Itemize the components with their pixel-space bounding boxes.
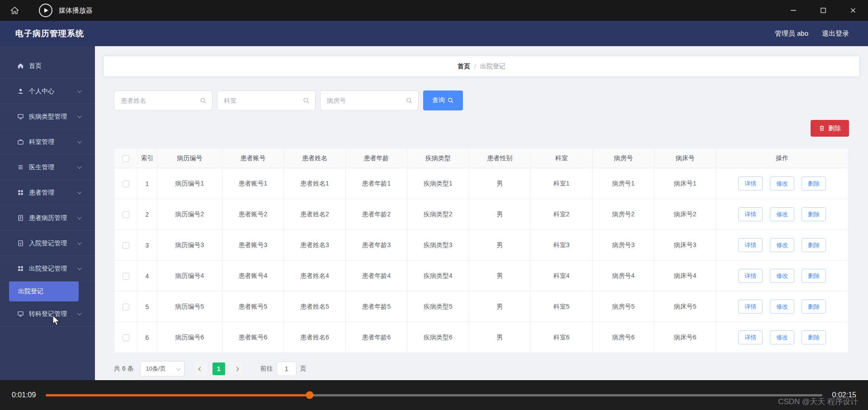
table-toolbar: 删除 [114,120,849,137]
detail-button[interactable]: 详情 [738,207,763,221]
delete-row-button[interactable]: 删除 [802,207,826,221]
cell-room: 病房号2 [593,199,655,230]
cell-disease: 疾病类型4 [407,261,469,291]
col-disease: 疾病类型 [407,148,469,168]
edit-button[interactable]: 修改 [770,300,794,314]
sidebar-item-personal-center[interactable]: 个人中心 [0,79,95,104]
cell-disease: 疾病类型1 [407,168,469,199]
prev-page-button[interactable] [194,362,207,375]
detail-button[interactable]: 详情 [738,300,763,314]
sidebar-item-patient-record-mgmt[interactable]: 患者病历管理 [0,205,95,231]
maximize-button[interactable] [808,0,838,21]
chevron-down-icon [77,139,82,143]
sidebar-item-department-mgmt[interactable]: 科室管理 [0,129,95,155]
next-page-button[interactable] [231,362,243,375]
edit-button[interactable]: 修改 [770,176,794,191]
row-checkbox[interactable] [123,211,129,218]
sidebar-item-doctor-mgmt[interactable]: 医生管理 [0,155,95,180]
chevron-left-icon [198,367,203,371]
detail-button[interactable]: 详情 [738,330,763,344]
edit-button[interactable]: 修改 [770,238,794,252]
delete-row-button[interactable]: 删除 [802,176,826,191]
sidebar-item-discharge-registration-active[interactable]: 出院登记 [9,281,79,301]
query-button-label: 查询 [432,96,445,105]
cell-room: 病房号3 [593,230,655,261]
col-dept: 科室 [531,148,593,168]
cell-dept: 科室4 [531,261,593,291]
goto-page-input[interactable] [277,362,297,376]
chevron-down-icon [77,215,82,219]
col-index: 索引 [137,148,157,168]
sidebar-item-transfer-reg-mgmt[interactable]: 转科登记管理 [0,301,95,327]
chevron-down-icon [77,311,82,315]
cell-record-no: 病历编号6 [157,322,222,353]
sidebar-item-discharge-reg-mgmt[interactable]: 出院登记管理 [0,256,95,281]
close-button[interactable] [838,0,868,21]
current-user[interactable]: 管理员 abo [775,29,808,38]
minimize-button[interactable] [778,0,808,21]
chevron-down-icon [176,366,181,371]
detail-button[interactable]: 详情 [738,269,763,283]
ward-number-field[interactable] [320,91,419,110]
seek-handle[interactable] [306,391,314,399]
total-time: 0:02:15 [832,391,856,399]
detail-button[interactable]: 详情 [738,176,763,191]
cell-dept: 科室1 [531,168,593,199]
search-icon [406,97,413,104]
search-icon [303,97,310,104]
breadcrumb-home[interactable]: 首页 [458,62,470,71]
sidebar-item-label: 医生管理 [29,163,77,172]
chevron-down-icon [77,190,82,194]
cell-bed: 病床号4 [655,261,716,291]
logout-link[interactable]: 退出登录 [822,29,849,38]
sidebar-item-patient-mgmt[interactable]: 患者管理 [0,180,95,205]
cell-gender: 男 [469,230,531,261]
chevron-down-icon [77,88,82,93]
row-checkbox[interactable] [123,304,129,310]
col-name: 患者姓名 [284,148,346,168]
row-checkbox[interactable] [123,181,129,187]
delete-row-button[interactable]: 删除 [802,238,826,252]
cell-age: 患者年龄6 [346,322,407,353]
titlebar-home-button[interactable] [0,0,29,21]
table-row: 3 病历编号3 患者账号3 患者姓名3 患者年龄3 疾病类型3 男 科室3 病房… [114,230,849,261]
delete-row-button[interactable]: 删除 [802,300,826,314]
sidebar-item-label: 出院登记管理 [29,265,77,273]
row-checkbox[interactable] [123,273,129,280]
cell-bed: 病床号6 [655,322,716,353]
select-all-checkbox[interactable] [123,155,129,162]
sidebar-item-disease-type-mgmt[interactable]: 疾病类型管理 [0,104,95,129]
cell-age: 患者年龄3 [346,230,407,261]
edit-button[interactable]: 修改 [770,207,794,221]
bulk-delete-button[interactable]: 删除 [811,120,849,137]
page-size-select[interactable]: 10条/页 [140,361,184,377]
department-input[interactable] [224,97,303,104]
row-checkbox[interactable] [123,334,129,341]
page-size-value: 10条/页 [146,365,166,373]
edit-button[interactable]: 修改 [770,269,794,283]
app-header: 电子病历管理系统 管理员 abo 退出登录 [0,21,868,46]
detail-button[interactable]: 详情 [738,238,763,252]
trash-icon [819,125,825,132]
cell-disease: 疾病类型3 [407,230,469,261]
cell-record-no: 病历编号5 [157,291,222,322]
patient-name-input[interactable] [121,97,200,104]
cell-bed: 病床号1 [655,168,716,199]
cell-age: 患者年龄2 [346,199,407,230]
sidebar-item-home[interactable]: 首页 [0,53,95,79]
patient-name-field[interactable] [114,91,212,110]
delete-row-button[interactable]: 删除 [802,269,826,283]
edit-button[interactable]: 修改 [770,330,794,344]
sidebar-item-admission-reg-mgmt[interactable]: 入院登记管理 [0,231,95,256]
cell-account: 患者账号1 [222,168,284,199]
row-checkbox[interactable] [123,242,129,249]
delete-row-button[interactable]: 删除 [802,330,826,344]
cell-record-no: 病历编号3 [157,230,222,261]
department-field[interactable] [217,91,316,110]
table-row: 2 病历编号2 患者账号2 患者姓名2 患者年龄2 疾病类型2 男 科室2 病房… [114,199,849,230]
minimize-icon [789,6,797,14]
ward-number-input[interactable] [327,97,406,104]
query-button[interactable]: 查询 [423,91,463,110]
seek-bar[interactable] [46,394,822,396]
page-number-1[interactable]: 1 [212,362,225,375]
